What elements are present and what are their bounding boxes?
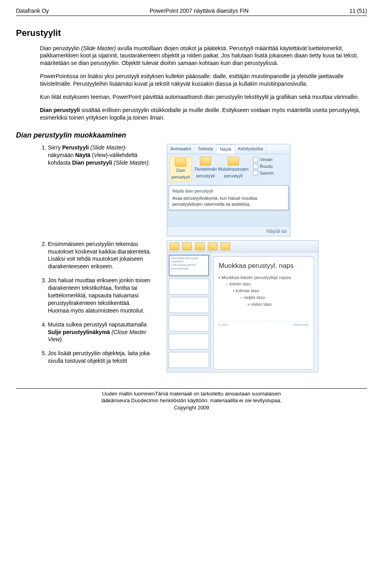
bullet-l5: » viides taso xyxy=(219,301,309,307)
thumb-master-body: • Muokkaa tekstin perustyylejä xyxy=(171,264,207,271)
header-center: PowerPoint 2007 näyttävä diaesitys FIN xyxy=(49,7,349,15)
s1-i: Dian perustyyli xyxy=(72,159,114,166)
tooltip-title: Näytä dian perustyyli xyxy=(172,188,285,194)
screenshot-ribbon: Animaatiot Tarkista Näytä Kehitystyöka D… xyxy=(167,144,290,236)
subsection-title: Dian perustyylin muokkaaminen xyxy=(16,130,367,140)
ribbon-tab-view[interactable]: Näytä xyxy=(217,144,235,154)
ribbon-btn-notes-l1: Muistiinpanojen xyxy=(218,166,249,172)
thumb-master[interactable]: Muokkaa perustyyl. napsautt. • Muokkaa t… xyxy=(169,255,209,276)
s1-f: ( xyxy=(91,152,94,158)
s1-j: (Slide Master). xyxy=(114,159,150,166)
s1-b: Perustyyli xyxy=(62,144,91,151)
ribbon-tab-devtools[interactable]: Kehitystyöka xyxy=(235,144,267,154)
ribbon-btn-notes-l2: perustyyli xyxy=(224,173,243,179)
ribbon-btn-handout-l1: Tiivistelmän xyxy=(194,166,217,172)
editor-ribbon xyxy=(167,241,318,252)
ribbon-btn-handout-l2: perustyyli xyxy=(196,173,215,179)
bullet-l3: • kolmas taso xyxy=(219,288,309,294)
editor-ribbon-icon xyxy=(195,242,205,250)
s1-e: Näytä xyxy=(75,152,90,158)
bullet-l1: • Muokkaa tekstin perustyylejä napsa xyxy=(219,275,309,281)
ribbon-btn-slidemaster-l1: Dian xyxy=(176,167,186,173)
ribbon-checkboxes: Viivain Ruudu Sanom xyxy=(250,157,274,181)
step-5: Jos lisäät perustyyliin objekteja, laita… xyxy=(48,350,156,365)
ribbon-tab-review[interactable]: Tarkista xyxy=(195,144,217,154)
s1-c: (Slide Master) xyxy=(91,144,125,151)
stage-footer-placeholders: 8.2007 Alatunniste xyxy=(219,321,309,327)
screenshot-master-editor: Muokkaa perustyyl. napsautt. • Muokkaa t… xyxy=(167,240,318,372)
p1-emph: (Slide Master) xyxy=(81,45,116,51)
ribbon-tooltip: Näytä dian perustyyli Avaa perustyylinäk… xyxy=(169,185,288,210)
ribbon-btn-handoutmaster[interactable]: Tiivistelmän perustyyli xyxy=(194,157,217,181)
thumb-layout[interactable] xyxy=(169,279,209,295)
editor-ribbon-icon xyxy=(208,242,217,250)
step-4: Muista sulkea perustyyli napsauttamalla … xyxy=(48,321,156,344)
step-3: Jos haluat muuttaa erikseen jonkin toise… xyxy=(48,277,156,314)
checkbox-ruler[interactable]: Viivain xyxy=(253,157,274,163)
paragraph-3: Kun liität esitykseen teeman, PowerPoint… xyxy=(40,93,363,101)
slidemaster-icon xyxy=(175,158,186,167)
step-row-1: Siirry Perustyyli (Slide Master)-näkymää… xyxy=(16,144,367,236)
notesmaster-icon xyxy=(228,157,239,165)
page-header: Datafrank Oy PowerPoint 2007 näyttävä di… xyxy=(16,7,367,16)
thumb-layout[interactable] xyxy=(169,352,209,368)
slide-stage[interactable]: Muokkaa perustyyl. naps • Muokkaa teksti… xyxy=(213,256,314,370)
ribbon-btn-notesmaster[interactable]: Muistiinpanojen perustyyli xyxy=(219,157,248,181)
bullet-l2: – toinen taso xyxy=(219,281,309,287)
editor-ribbon-icon xyxy=(221,242,230,250)
s4-a: Muista sulkea perustyyli napsauttamalla xyxy=(48,321,146,328)
ribbon-footer-link[interactable]: Näytä tai xyxy=(267,228,287,235)
editor-ribbon-icon xyxy=(182,242,192,250)
thumb-layout[interactable] xyxy=(169,315,209,331)
editor-ribbon-icon xyxy=(170,242,179,250)
thumb-layout[interactable] xyxy=(169,334,209,350)
step-1: Siirry Perustyyli (Slide Master)-näkymää… xyxy=(48,144,156,167)
slide-layout-thumbs: Muokkaa perustyyl. napsautt. • Muokkaa t… xyxy=(167,252,211,372)
paragraph-2: PowerPointissa on lisäksi yksi perustyyl… xyxy=(40,73,363,88)
header-left: Datafrank Oy xyxy=(16,7,49,15)
paragraph-1: Dian perustyylin (Slide Master) avulla m… xyxy=(40,45,363,67)
p1-text-a: Dian perustyylin xyxy=(40,45,81,51)
stage-footer[interactable]: Alatunniste xyxy=(293,323,309,327)
stage-title-placeholder[interactable]: Muokkaa perustyyl. naps xyxy=(219,262,309,271)
p4-text-b: sisältää erillisen perustyylin otsikkodi… xyxy=(40,107,360,121)
bullet-l4: – neljäs taso xyxy=(219,295,309,301)
checkbox-msgbar[interactable]: Sanom xyxy=(253,170,274,176)
ribbon-btn-slidemaster-l2: perustyyli xyxy=(172,174,190,180)
bullet-l1-text: Muokkaa tekstin perustyylejä napsa xyxy=(221,275,291,280)
stage-date[interactable]: 8.2007 xyxy=(219,323,228,327)
thumb-master-title: Muokkaa perustyyl. napsautt. xyxy=(171,257,207,264)
ribbon-btn-slidemaster[interactable]: Dian perustyyli xyxy=(170,157,192,181)
footer-l3: Copyright 2009 xyxy=(16,404,367,411)
step-2: Ensimmäiseen perustyyliin tekemäsi muuto… xyxy=(48,240,156,271)
section-title: Perustyylit xyxy=(16,27,367,39)
stage-body-placeholder[interactable]: • Muokkaa tekstin perustyylejä napsa – t… xyxy=(219,275,309,307)
s1-a: Siirry xyxy=(48,144,62,151)
footer-l1: Uuden mallin luominenTämä materiaali on … xyxy=(16,390,367,397)
ribbon-footer: Näytä tai xyxy=(167,226,290,236)
s1-g: View xyxy=(94,152,106,158)
checkbox-grid[interactable]: Ruudu xyxy=(253,163,274,169)
ribbon-tab-animations[interactable]: Animaatiot xyxy=(167,144,195,154)
step-row-2to5: Ensimmäiseen perustyyliin tekemäsi muuto… xyxy=(16,240,367,372)
page-footer: Uuden mallin luominenTämä materiaali on … xyxy=(16,388,367,411)
handoutmaster-icon xyxy=(200,157,211,165)
thumb-layout[interactable] xyxy=(169,297,209,313)
tooltip-body: Avaa perustyylinäkymä, kun haluat muutta… xyxy=(172,195,285,207)
paragraph-4: Dian perustyyli sisältää erillisen perus… xyxy=(40,106,363,122)
s4-b: Sulje perustyylinäkymä xyxy=(48,329,112,335)
p4-strong: Dian perustyyli xyxy=(40,107,80,113)
footer-l2: lääkäriseura Duodecimin henkilöstön käyt… xyxy=(16,397,367,404)
header-right: 11 (51) xyxy=(349,7,367,15)
